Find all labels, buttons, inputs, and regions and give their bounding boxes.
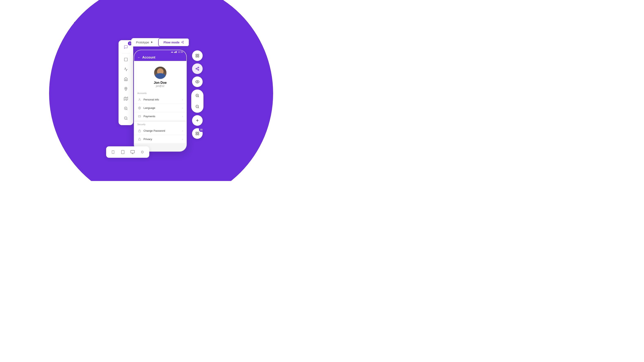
svg-rect-39 [198, 54, 199, 55]
phone-body: Jon Doe jon@12 Accounts Personal [134, 61, 186, 144]
svg-line-17 [182, 42, 183, 42]
svg-line-16 [182, 42, 183, 43]
eye-button[interactable] [192, 77, 203, 87]
avatar [154, 66, 167, 79]
svg-rect-22 [176, 51, 177, 53]
password-icon [138, 129, 142, 133]
location-icon[interactable] [122, 84, 130, 93]
svg-rect-58 [198, 132, 199, 133]
menu-item-language[interactable]: Language › [134, 104, 186, 112]
content-area: 2 [0, 38, 322, 152]
svg-marker-12 [151, 41, 152, 43]
profile-name: Jon Doe [154, 81, 166, 85]
payments-label: Payments [144, 115, 156, 118]
layers-button[interactable]: 15 [192, 128, 203, 139]
back-arrow-icon: ← [138, 56, 141, 59]
flowmode-button[interactable]: Flow mode [158, 38, 189, 47]
svg-rect-38 [196, 54, 197, 55]
home-icon[interactable] [122, 75, 130, 84]
center-panel: Prototype Flow mode [131, 38, 190, 152]
svg-rect-41 [198, 56, 199, 57]
change-password-label: Change Password [144, 129, 165, 132]
phone-header: ← Account [134, 54, 186, 61]
analytics-icon[interactable] [122, 65, 130, 74]
phone-header-title: Account [142, 56, 156, 59]
payments-icon [138, 114, 142, 118]
language-icon [138, 106, 142, 110]
map-icon[interactable] [122, 94, 130, 103]
svg-rect-28 [138, 131, 140, 132]
status-time: 12:30 [178, 51, 183, 53]
payments-chevron: › [182, 115, 183, 118]
top-bar: Prototype Flow mode [131, 38, 190, 47]
svg-rect-59 [196, 134, 197, 135]
svg-rect-19 [174, 52, 174, 53]
svg-rect-0 [124, 58, 127, 61]
svg-rect-40 [196, 56, 197, 57]
svg-point-44 [198, 69, 199, 70]
svg-rect-29 [138, 139, 140, 140]
profile-section: Jon Doe jon@12 [134, 64, 186, 91]
svg-rect-37 [141, 151, 143, 153]
svg-point-23 [139, 99, 140, 100]
zoom-group [191, 90, 204, 113]
svg-line-10 [127, 119, 128, 120]
zoom-out-icon[interactable] [122, 114, 130, 123]
svg-marker-2 [124, 97, 128, 100]
menu-item-change-password[interactable]: Change Password › [134, 127, 186, 135]
menu-item-payments[interactable]: Payments › [134, 112, 186, 121]
svg-point-43 [196, 68, 197, 69]
accounts-section-title: Accounts [134, 91, 186, 96]
svg-rect-57 [196, 132, 197, 133]
avatar-body [155, 73, 166, 79]
personal-chevron: › [182, 98, 183, 101]
language-chevron: › [182, 107, 183, 110]
svg-point-15 [183, 43, 184, 44]
phone-status-bar: 12:30 [134, 50, 186, 54]
security-section-title: Security [134, 122, 186, 127]
phone-mockup: 12:30 ← Account Jon Doe [134, 50, 187, 152]
svg-line-49 [198, 96, 199, 97]
avatar-face [154, 67, 166, 79]
grid-button[interactable] [192, 50, 203, 61]
menu-item-personal[interactable]: Personal info › [134, 96, 186, 104]
zoom-out-button[interactable] [192, 101, 203, 112]
svg-rect-21 [176, 51, 176, 53]
prototype-button[interactable]: Prototype [131, 39, 158, 46]
menu-item-privacy[interactable]: Privacy › [134, 135, 186, 144]
mobile-device-icon[interactable] [109, 148, 117, 156]
svg-point-14 [182, 42, 182, 43]
svg-line-53 [198, 107, 199, 108]
privacy-chevron: › [182, 138, 183, 141]
layers-badge: 15 [199, 127, 204, 132]
frame-icon[interactable] [122, 55, 130, 64]
svg-point-1 [125, 88, 126, 89]
svg-point-47 [197, 81, 198, 82]
watch-device-icon[interactable] [139, 148, 146, 156]
privacy-icon [138, 137, 142, 141]
svg-rect-60 [198, 134, 199, 135]
svg-line-46 [197, 68, 198, 68]
profile-username: jon@12 [156, 85, 164, 88]
desktop-device-icon[interactable] [129, 148, 136, 156]
svg-point-18 [172, 53, 172, 53]
add-button[interactable] [192, 115, 203, 126]
svg-rect-26 [138, 116, 141, 117]
password-chevron: › [182, 129, 183, 132]
zoom-in-icon[interactable] [122, 104, 130, 113]
language-label: Language [144, 106, 156, 110]
svg-point-13 [183, 41, 184, 42]
privacy-label: Privacy [144, 138, 152, 141]
share-button[interactable] [192, 63, 203, 74]
right-panel: 15 [191, 50, 204, 139]
svg-line-6 [127, 109, 128, 110]
svg-line-45 [197, 69, 198, 70]
tablet-device-icon[interactable] [119, 148, 126, 156]
svg-rect-20 [175, 52, 175, 53]
personal-label: Personal info [144, 98, 159, 101]
personal-icon [138, 98, 142, 102]
device-bar [106, 146, 149, 158]
svg-point-42 [198, 67, 199, 68]
zoom-in-button[interactable] [192, 90, 203, 101]
svg-rect-34 [130, 150, 134, 153]
